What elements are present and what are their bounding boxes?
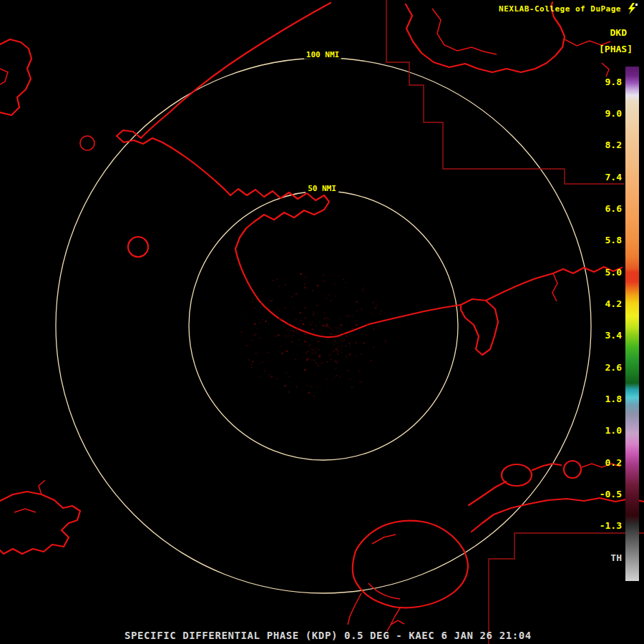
coastline-east-hook [552, 273, 557, 301]
coastlines [0, 2, 644, 631]
county-borders [386, 0, 644, 644]
coastline-top-right-corner [602, 63, 609, 77]
colorbar-threshold-label: TH [572, 552, 622, 565]
colorbar-tick: 0.2 [572, 457, 622, 469]
county-border-southeast [489, 533, 644, 644]
island-inner-detail-1 [372, 535, 396, 544]
island-tail-1 [387, 607, 404, 631]
colorbar-tick: -0.5 [572, 488, 622, 501]
coastline-left-top-blob [0, 39, 31, 115]
colorbar-tick: -1.3 [572, 519, 622, 532]
lightning-icon [625, 3, 638, 14]
colorbar-tick: 6.6 [572, 203, 622, 215]
coastline-top-right-inner [432, 9, 497, 54]
coastline-central-east [337, 305, 461, 336]
colorbar-tick: 8.2 [572, 139, 622, 152]
colorbar-tick: 9.8 [572, 76, 622, 89]
coastline-ridge-east [532, 464, 561, 470]
colorbar-gradient [625, 67, 639, 581]
coastline-left-top-inner [0, 69, 8, 84]
range-ring-100-label: 100 NMI [304, 50, 341, 59]
radar-display: 100 NMI 50 NMI NEXLAB-College of DuPage … [0, 0, 644, 644]
colorbar-tick: 2.6 [572, 361, 622, 374]
colorbar-tick: 3.4 [572, 329, 622, 342]
colorbar-tick: 4.2 [572, 298, 622, 311]
colorbar-tick: 1.0 [572, 424, 622, 437]
lake-oval-outline [502, 464, 532, 486]
island-inner-detail-2 [369, 583, 400, 599]
colorbar-tick: 5.0 [572, 266, 622, 279]
colorbar-tick: 1.8 [572, 393, 622, 406]
header-title: NEXLAB-College of DuPage [499, 4, 621, 14]
status-bar-text: SPECIFIC DIFFERENTIAL PHASE (KDP) 0.5 DE… [125, 630, 532, 641]
small-lake-circle-1 [80, 136, 94, 150]
coastline-bottom-left-blob [0, 492, 80, 554]
small-lake-circle-2 [128, 237, 148, 257]
map-canvas [0, 0, 644, 644]
range-ring-50-label: 50 NMI [306, 184, 338, 193]
colorbar-tick: 7.4 [572, 171, 622, 184]
coastline-northwest-arc [117, 3, 331, 195]
county-border-northeast [386, 0, 624, 184]
product-code: DKD [610, 27, 627, 38]
island-outline [353, 521, 468, 608]
coastline-southeast-ridge [469, 482, 506, 505]
colorbar-tick: 5.8 [572, 234, 622, 247]
product-units: [PHAS] [599, 44, 633, 54]
coastline-inlet-blob [461, 299, 498, 355]
island-tail-2 [348, 593, 361, 625]
coastline-bottom-left-spur [14, 480, 45, 512]
colorbar-tick: 9.0 [572, 107, 622, 120]
